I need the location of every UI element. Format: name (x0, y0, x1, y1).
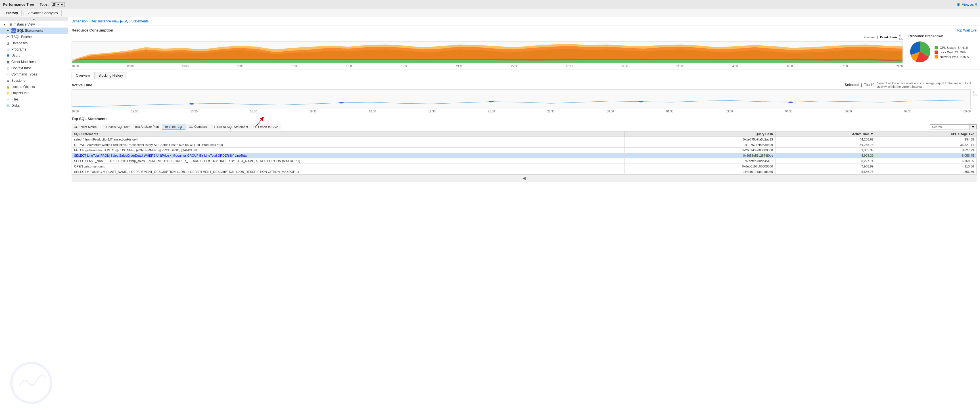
legend-network: Network Wait 9.56% (935, 55, 969, 59)
active-time-chart-container: 10:3012:0013:3015:0016:3018:0019:3021:00… (72, 89, 970, 114)
content-area: Dimension Filter: Instance View ▶ SQL St… (68, 17, 980, 417)
active-time-svg (72, 90, 970, 109)
tab-overview[interactable]: Overview (72, 72, 94, 79)
legend-cpu: CPU Usage 54.41% (935, 46, 969, 49)
network-pct: 9.56% (960, 55, 969, 59)
sql-text: SELECT /* TUNING */ e.LAST_NAME, d.DEPAR… (72, 169, 625, 174)
sidebar-item-tsql[interactable]: 🗃 TSQL Batches (0, 34, 68, 40)
sidebar-item-label: Command Types (11, 72, 37, 76)
export-btn[interactable]: □ □ Export to CSV (251, 124, 280, 130)
resource-chart-main: Baseline | Breakdown 6s/s (72, 34, 903, 68)
active-time: 9,355.39 (775, 147, 876, 153)
query-hash: 0x7bbfef38ddd45161 (625, 159, 776, 164)
svg-point-3 (489, 101, 494, 103)
cpu-avg: 4,113.36 (876, 164, 976, 169)
table-row[interactable]: OPEN getsumamount; 0x6eb5197c00000000 7,… (72, 164, 977, 169)
sidebar-item-label: Instance View (14, 22, 35, 26)
search-button[interactable]: ▼ (970, 124, 977, 130)
cpu-avg: 856.39 (876, 169, 976, 174)
svg-point-1 (189, 103, 194, 105)
tab-history[interactable]: History (3, 10, 22, 16)
sidebar-item-label: Databases (11, 41, 27, 45)
table-row[interactable]: FETCH getsumamount INTO @CUSTNME, @ORDER… (72, 147, 977, 153)
breadcrumb-link[interactable]: SQL Statements (124, 19, 149, 23)
select-metric-btn[interactable]: ● ● Select Metric (72, 124, 99, 130)
query-hash: 0x4655e53c2874f0bc (625, 153, 776, 159)
tune-sql-btn[interactable]: ≡ ≡ Tune SQL (162, 124, 185, 130)
compare-btn[interactable]: ⊡ ⊡ Compare (186, 124, 210, 130)
table-row[interactable]: SELECT /* TUNING */ e.LAST_NAME, d.DEPAR… (72, 169, 977, 174)
sidebar-item-label: TSQL Batches (11, 35, 33, 39)
sidebar-item-instance-view[interactable]: ▼ 🖥 Instance View (0, 21, 68, 27)
view-as-button[interactable]: ▣ View as R (957, 3, 977, 6)
cpu-color-swatch (935, 46, 938, 49)
sidebar-item-context-infos[interactable]: 📋 Context Infos (0, 65, 68, 71)
sidebar-item-client-machines[interactable]: 💻 Client Machines (0, 59, 68, 65)
active-time-right: Selected | Top 10 Sum of all the active … (845, 81, 977, 88)
disks-icon: 💿 (6, 103, 10, 108)
active-time-xaxis: 10:3012:0013:3015:0016:3018:0019:3021:00… (72, 109, 970, 114)
scroll-indicator-bottom[interactable]: ◄ (72, 174, 977, 182)
sidebar-item-command-types[interactable]: 📑 Command Types (0, 71, 68, 78)
svg-point-4 (638, 101, 643, 103)
view-sql-btn[interactable]: □ □ View SQL Text (102, 124, 132, 130)
command-icon: 📑 (6, 72, 10, 77)
col-header-active[interactable]: Active Time ▼ (775, 132, 876, 137)
sidebar-item-files[interactable]: 📄 Files (0, 96, 68, 103)
active-time-section: Active Time Selected | Top 10 Sum of all… (68, 79, 980, 115)
sql-expand-icon: ▼ (6, 29, 10, 33)
sidebar-scroll-up[interactable]: ▲ (0, 17, 68, 21)
app-title: Performance Tree (3, 2, 34, 6)
analyze-plan-btn[interactable]: ⊞ ⊞ Analyze Plan (133, 124, 162, 130)
baseline-link[interactable]: Baseline (863, 35, 875, 39)
col-header-sql[interactable]: SQL Statements (72, 132, 625, 137)
sidebar-item-label: Client Machines (11, 60, 35, 64)
sidebar-item-objects-io[interactable]: 📁 Objects I/O (0, 90, 68, 96)
cpu-avg: 994.65 (876, 137, 976, 142)
sql-data-table: SQL Statements Query Hash Active Time ▼ … (72, 131, 977, 174)
selected-link[interactable]: Selected (845, 83, 859, 87)
drill-btn[interactable]: □ □ Drill to SQL Statement (210, 124, 250, 130)
sidebar-item-sessions[interactable]: 🖥 Sessions (0, 78, 68, 84)
table-row[interactable]: UPDATE AdventureWorks.Production.Transac… (72, 142, 977, 147)
select-metric-label: ● Select Metric (76, 125, 97, 128)
sidebar-item-programs[interactable]: 📊 Programs (0, 46, 68, 52)
active-time-chart[interactable] (72, 89, 970, 109)
sidebar-item-label: Locked Objects (11, 85, 35, 89)
top-bar-left: Performance Tree Tops: 25 ▼ 10 50 (3, 2, 65, 7)
sidebar-item-databases[interactable]: 🗄 Databases (0, 40, 68, 46)
sidebar-item-sql-statements[interactable]: ▼ SQL SQL Statements (0, 27, 68, 34)
pie-container: CPU Usage 54.41% Lock Wait 21.79% (908, 40, 977, 64)
drill-label: □ Drill to SQL Statement (215, 125, 248, 128)
sessions-icon: 🖥 (6, 78, 10, 83)
tab-advanced-analytics[interactable]: Advanced Analytics (25, 10, 61, 16)
sidebar-item-label: Context Infos (11, 66, 32, 70)
sidebar-item-label: Files (11, 97, 19, 101)
export-label: □ Export to CSV (255, 125, 278, 128)
sidebar-item-users[interactable]: 👤 Users (0, 52, 68, 59)
col-header-cpu[interactable]: CPU Usage Ave (876, 132, 976, 137)
users-icon: 👤 (6, 53, 10, 58)
breakdown-link[interactable]: Breakdown (880, 35, 897, 39)
tops-select[interactable]: 25 ▼ 10 50 (51, 2, 65, 7)
col-header-hash[interactable]: Query Hash (625, 132, 776, 137)
active-time: 8,227.74 (775, 159, 876, 164)
top10-link[interactable]: Top 10 (864, 83, 874, 87)
sql-section-title: Top SQL Statements (72, 117, 977, 121)
cpu-pct: 54.41% (958, 46, 968, 49)
table-row[interactable]: select * from [Production].[TransactionH… (72, 137, 977, 142)
instance-icon: 🖥 (8, 22, 13, 27)
query-hash: 0x26d1d39d00000000 (625, 147, 776, 153)
context-icon: 📋 (6, 66, 10, 70)
cpu-avg: 8,827.79 (876, 147, 976, 153)
table-row[interactable]: SELECT LAST_NAME, STREET INTO #tmp_sales… (72, 159, 977, 164)
sidebar-item-locked-objects[interactable]: 🔒 Locked Objects (0, 84, 68, 90)
sidebar-item-disks[interactable]: 💿 Disks (0, 103, 68, 109)
tab-blocking-history[interactable]: Blocking History (94, 72, 127, 79)
window-icon: ▣ (957, 3, 960, 6)
top-wait-link[interactable]: Top Wait Eve (957, 29, 977, 32)
resource-consumption-title: Resource Consumption (72, 28, 113, 32)
table-row-selected[interactable]: SELECT LineTotal FROM Sales.SalesOrderDe… (72, 153, 977, 159)
search-input[interactable] (930, 124, 970, 130)
resource-stacked-chart[interactable] (72, 41, 903, 64)
